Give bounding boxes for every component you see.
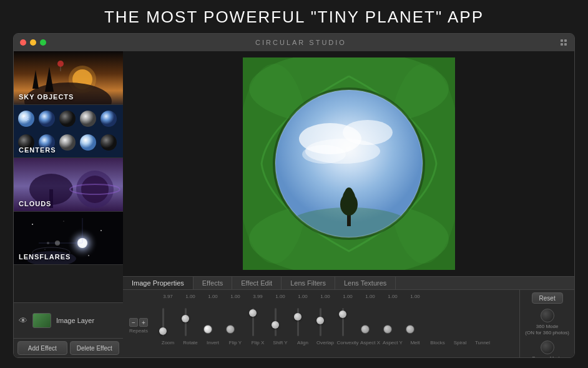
svg-point-31: [32, 224, 33, 225]
svg-point-15: [59, 111, 76, 127]
svg-point-22: [100, 134, 117, 151]
mode-360: 360 Mode(ON for 360 photos): [525, 309, 569, 336]
val-overlap: 1.00: [314, 294, 336, 299]
val-melt: 1.00: [404, 294, 426, 299]
val-align: 1.00: [292, 294, 314, 299]
svg-point-14: [39, 111, 55, 127]
preview-area: [123, 51, 574, 276]
bypass-mode-circle[interactable]: [541, 341, 554, 354]
invert-slider[interactable]: [197, 302, 219, 336]
label-rotate: Rotate: [179, 340, 202, 346]
repeat-label: Repeats: [129, 328, 148, 334]
category-label-sky: SKY OBJECTS: [19, 93, 74, 101]
overlap-slider[interactable]: [309, 302, 331, 336]
titlebar-icon: [556, 38, 568, 47]
flipx-slider[interactable]: [242, 302, 264, 336]
layer-label: Image Layer: [56, 317, 94, 324]
sidebar-item-centers[interactable]: ❄ CENTERS: [14, 105, 123, 159]
delete-effect-button[interactable]: Delete Effect: [70, 341, 120, 355]
slider-labels-row: Zoom Rotate Invert Flip Y Flip X Shift Y…: [127, 339, 516, 346]
sidebar-buttons-row: Add Effect Delete Effect: [14, 338, 123, 357]
val-shifty: 1.00: [269, 294, 292, 299]
aspectx-slider[interactable]: [354, 302, 376, 336]
val-aspectx: 1.00: [359, 294, 381, 299]
bypass-mode: Bypass Mode: [532, 341, 562, 357]
label-aspecty: Aspect Y: [381, 340, 404, 346]
svg-rect-1: [564, 39, 567, 42]
maximize-button[interactable]: [40, 39, 46, 46]
category-label-lensflares: LENSFLARES: [19, 253, 71, 261]
tab-lens-filters[interactable]: Lens Filters: [282, 277, 335, 289]
preview-image: [243, 57, 455, 270]
svg-point-40: [55, 241, 60, 246]
layer-row: 👁 Image Layer: [14, 302, 123, 338]
rotate-slider[interactable]: [174, 302, 197, 336]
sidebar-item-sky-objects[interactable]: SKY OBJECTS: [14, 51, 123, 105]
label-align: Align: [292, 340, 314, 346]
app-title: THE MOST POWERFUL "TINY PLANET" APP: [0, 0, 588, 33]
svg-point-54: [302, 145, 346, 164]
val-rotate: 1.00: [179, 294, 202, 299]
window-title: CIRCULAR STUDIO: [46, 39, 556, 46]
mode-360-label: 360 Mode(ON for 360 photos): [525, 324, 569, 336]
controls-main: 3.97 1.00 1.00 1.00 3.99 1.00 1.00 1.00 …: [123, 290, 574, 357]
label-melt: Melt: [404, 340, 426, 346]
svg-point-20: [59, 134, 76, 151]
val-flipy: 1.00: [224, 294, 247, 299]
controls-area: Image Properties Effects Effect Edit Len…: [123, 276, 574, 357]
mode-360-circle[interactable]: [541, 309, 554, 322]
minimize-button[interactable]: [30, 39, 36, 46]
label-convexity: Convexity: [336, 340, 359, 346]
shifty-slider[interactable]: [264, 302, 287, 336]
label-zoom: Zoom: [157, 340, 179, 346]
label-invert: Invert: [202, 340, 224, 346]
svg-rect-3: [564, 43, 567, 46]
melt-slider[interactable]: [399, 302, 421, 336]
titlebar: CIRCULAR STUDIO: [14, 34, 574, 51]
label-aspectx: Aspect X: [359, 340, 381, 346]
sliders-row: − + Repeats: [127, 302, 516, 336]
tab-lens-textures[interactable]: Lens Textures: [335, 277, 396, 289]
align-slider[interactable]: [287, 302, 309, 336]
content: SKY OBJECTS: [14, 51, 574, 357]
tiny-planet-svg: [243, 57, 455, 270]
add-effect-button[interactable]: Add Effect: [17, 341, 67, 355]
svg-point-33: [100, 230, 102, 231]
tab-image-properties[interactable]: Image Properties: [123, 277, 194, 289]
eye-icon[interactable]: 👁: [19, 316, 27, 326]
sidebar-item-clouds[interactable]: CLOUDS: [14, 158, 123, 212]
aspecty-slider[interactable]: [376, 302, 399, 336]
tab-effects[interactable]: Effects: [194, 277, 232, 289]
svg-point-21: [80, 134, 96, 151]
sidebar-empty-space: [14, 265, 123, 302]
svg-rect-2: [561, 43, 563, 46]
svg-rect-0: [561, 39, 563, 42]
svg-point-34: [45, 249, 46, 249]
label-flipx: Flip X: [247, 340, 269, 346]
reset-button[interactable]: Reset: [532, 292, 563, 304]
repeat-minus-button[interactable]: −: [129, 318, 138, 327]
category-label-centers: CENTERS: [19, 146, 56, 154]
flipy-slider[interactable]: [219, 302, 242, 336]
category-label-clouds: CLOUDS: [19, 200, 51, 207]
bypass-mode-label: Bypass Mode: [532, 356, 562, 357]
window: CIRCULAR STUDIO: [13, 33, 575, 358]
close-button[interactable]: [20, 39, 26, 46]
zoom-slider[interactable]: [152, 302, 174, 336]
svg-point-32: [64, 221, 64, 221]
main-area: Image Properties Effects Effect Edit Len…: [123, 51, 574, 357]
label-shifty: Shift Y: [269, 340, 292, 346]
repeat-controls: − + Repeats: [129, 318, 148, 334]
val-aspecty: 1.00: [381, 294, 404, 299]
slider-values-row: 3.97 1.00 1.00 1.00 3.99 1.00 1.00 1.00 …: [127, 292, 516, 299]
label-overlap: Overlap: [314, 340, 336, 346]
val-convexity: 1.00: [336, 294, 359, 299]
convexity-slider[interactable]: [331, 302, 354, 336]
val-flipx: 3.99: [247, 294, 269, 299]
tab-effect-edit[interactable]: Effect Edit: [232, 277, 282, 289]
svg-text:❄: ❄: [23, 114, 29, 123]
right-controls: Reset 360 Mode(ON for 360 photos) Bypass…: [519, 290, 574, 357]
svg-point-10: [57, 61, 64, 67]
sidebar-item-lensflares[interactable]: LENSFLARES: [14, 212, 123, 266]
repeat-plus-button[interactable]: +: [139, 318, 148, 327]
